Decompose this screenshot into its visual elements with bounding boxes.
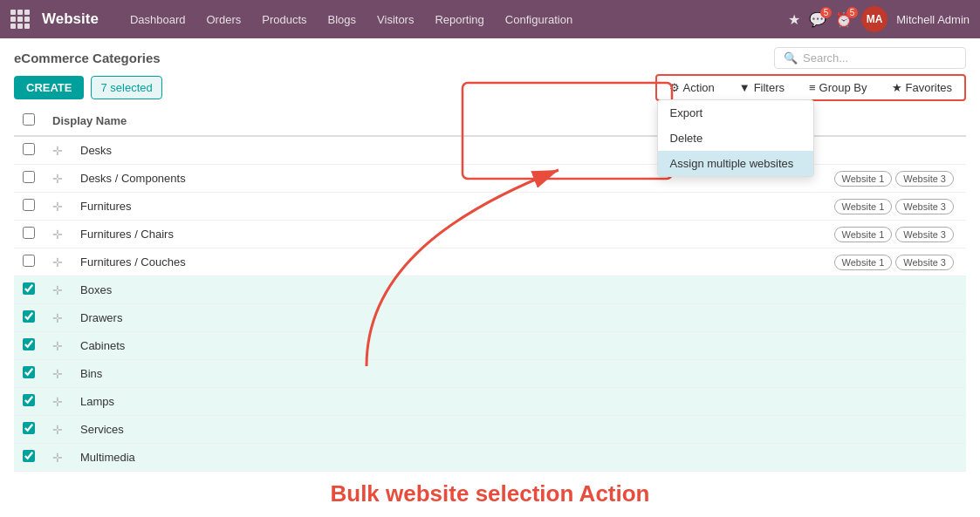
row-tags (488, 444, 966, 472)
table-row: ✛FurnituresWebsite 1Website 3 (14, 193, 966, 221)
nav-products[interactable]: Products (251, 0, 317, 38)
row-name: Furnitures / Chairs (72, 221, 488, 248)
groupby-label: Group By (819, 81, 867, 94)
action-label: Action (683, 81, 715, 94)
drag-handle-icon[interactable]: ✛ (52, 200, 63, 214)
website-tag: Website 3 (895, 255, 954, 270)
filters-button[interactable]: ▼ Filters (727, 76, 797, 99)
row-name: Boxes (72, 276, 488, 304)
table-row: ✛Furnitures / CouchesWebsite 1Website 3 (14, 248, 966, 276)
activity-icon[interactable]: ⏰ 5 (835, 11, 853, 28)
drag-handle-icon[interactable]: ✛ (52, 311, 63, 325)
table-row: ✛Bins (14, 360, 966, 388)
groupby-button[interactable]: ≡ Group By (797, 76, 880, 99)
star-icon: ★ (892, 81, 902, 94)
activity-badge: 5 (846, 7, 859, 18)
drag-handle-icon[interactable]: ✛ (52, 423, 63, 437)
row-tags: Website 1Website 3 (488, 248, 966, 276)
row-tags (488, 388, 966, 416)
nav-menu: Dashboard Orders Products Blogs Visitors… (120, 0, 788, 38)
nav-reporting[interactable]: Reporting (424, 0, 494, 38)
favorites-label: Favorites (906, 81, 952, 94)
table-row: ✛Boxes (14, 276, 966, 304)
row-checkbox[interactable] (23, 227, 35, 239)
table-row: ✛Cabinets (14, 332, 966, 360)
row-checkbox[interactable] (23, 255, 35, 267)
apps-icon[interactable] (10, 10, 30, 29)
assign-websites-item[interactable]: Assign multiple websites (658, 151, 813, 176)
row-checkbox[interactable] (23, 366, 35, 378)
table-row: ✛Desks / ComponentsWebsite 1Website 3 (14, 165, 966, 193)
drag-handle-icon[interactable]: ✛ (52, 339, 63, 353)
favorites-button[interactable]: ★ Favorites (880, 76, 964, 99)
row-checkbox[interactable] (23, 143, 35, 155)
action-dropdown: Export Delete Assign multiple websites (657, 99, 814, 177)
drag-handle-icon[interactable]: ✛ (52, 255, 63, 269)
filter-icon: ▼ (739, 81, 750, 94)
row-name: Desks (72, 136, 488, 165)
row-checkbox[interactable] (23, 282, 35, 295)
nav-dashboard[interactable]: Dashboard (120, 0, 196, 38)
row-tags: Website 1Website 3 (488, 193, 966, 221)
drag-handle-icon[interactable]: ✛ (52, 451, 63, 465)
create-button[interactable]: CREATE (14, 76, 84, 99)
table-row: ✛Drawers (14, 304, 966, 332)
search-placeholder: Search... (803, 51, 848, 65)
website-tag: Website 3 (895, 199, 954, 214)
chat-icon[interactable]: 💬 5 (809, 11, 826, 28)
row-tags: Website 1Website 3 (488, 221, 966, 248)
drag-handle-icon[interactable]: ✛ (52, 144, 63, 158)
drag-handle-icon[interactable]: ✛ (52, 283, 63, 297)
drag-handle-icon[interactable]: ✛ (52, 172, 63, 186)
drag-handle-icon[interactable]: ✛ (52, 228, 63, 241)
filters-label: Filters (754, 81, 785, 94)
row-tags (488, 276, 966, 304)
website-tag: Website 1 (834, 255, 893, 270)
row-name: Multimedia (72, 444, 488, 472)
selected-badge[interactable]: 7 selected (91, 76, 161, 99)
website-tag: Website 1 (834, 199, 893, 214)
search-bar[interactable]: 🔍 Search... (774, 47, 966, 69)
drag-handle-icon[interactable]: ✛ (52, 367, 63, 381)
categories-table: Display Name ✛Desks✛Desks / ComponentsWe… (14, 106, 966, 472)
website-tag: Website 1 (834, 171, 893, 187)
action-button[interactable]: ⚙ Action (657, 76, 727, 99)
row-tags (488, 332, 966, 360)
export-item[interactable]: Export (658, 100, 813, 126)
annotation-label: Bulk website selection Action (330, 480, 649, 507)
user-name[interactable]: Mitchell Admin (896, 13, 970, 26)
row-tags (488, 360, 966, 388)
row-checkbox[interactable] (23, 199, 35, 211)
nav-visitors[interactable]: Visitors (367, 0, 424, 38)
row-name: Furnitures (72, 193, 488, 221)
row-checkbox[interactable] (23, 338, 35, 350)
row-name: Lamps (72, 388, 488, 416)
table-row: ✛Desks (14, 136, 966, 165)
row-checkbox[interactable] (23, 394, 35, 406)
col-display-name: Display Name (44, 106, 488, 136)
toolbar: CREATE 7 selected ⚙ Action Export Delete… (0, 69, 980, 106)
table-row: ✛Services (14, 416, 966, 444)
row-checkbox[interactable] (23, 171, 35, 183)
row-checkbox[interactable] (23, 422, 35, 434)
drag-handle-icon[interactable]: ✛ (52, 395, 63, 409)
table-row: ✛Furnitures / ChairsWebsite 1Website 3 (14, 221, 966, 248)
table-container: Display Name ✛Desks✛Desks / ComponentsWe… (0, 106, 980, 472)
search-icon: 🔍 (784, 51, 798, 65)
nav-configuration[interactable]: Configuration (495, 0, 583, 38)
row-name: Bins (72, 360, 488, 388)
row-tags (488, 304, 966, 332)
nav-brand[interactable]: Website (42, 10, 99, 28)
nav-orders[interactable]: Orders (195, 0, 251, 38)
select-all-checkbox[interactable] (23, 113, 35, 126)
row-checkbox[interactable] (23, 450, 35, 462)
row-checkbox[interactable] (23, 310, 35, 323)
delete-item[interactable]: Delete (658, 126, 813, 151)
nav-blogs[interactable]: Blogs (318, 0, 367, 38)
star-icon[interactable]: ★ (788, 11, 800, 28)
table-row: ✛Lamps (14, 388, 966, 416)
avatar[interactable]: MA (861, 6, 887, 32)
gear-icon: ⚙ (669, 81, 680, 94)
website-tag: Website 1 (834, 227, 893, 242)
chat-badge: 5 (820, 7, 833, 18)
